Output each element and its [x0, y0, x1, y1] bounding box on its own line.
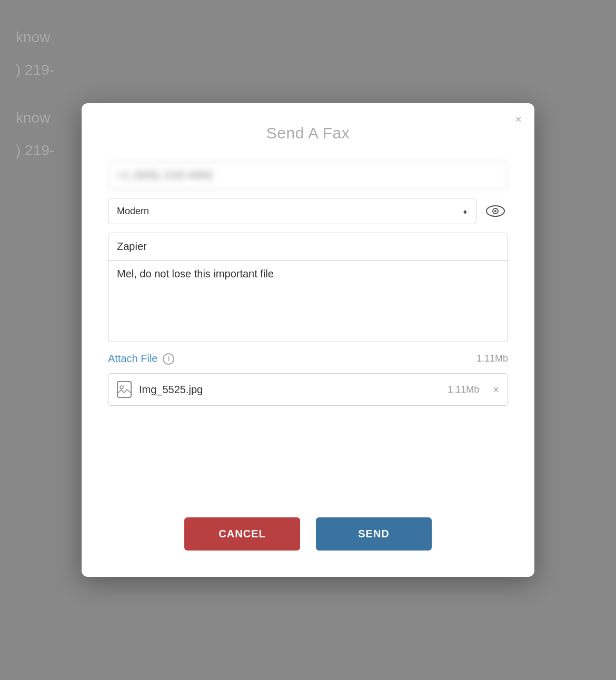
attach-file-link[interactable]: Attach File — [108, 353, 157, 365]
attach-file-row: Attach File i 1.11Mb — [108, 353, 508, 365]
modal-title: Send A Fax — [108, 124, 508, 142]
eye-icon — [486, 205, 505, 217]
info-icon[interactable]: i — [163, 353, 174, 365]
form-section: +1 (555) 219-4400 Modern Classic Simple … — [108, 161, 508, 551]
cover-sheet-box: Mel, do not lose this important file — [108, 233, 508, 342]
remove-file-button[interactable]: × — [493, 384, 499, 395]
total-size-label: 1.11Mb — [476, 353, 508, 364]
preview-button[interactable] — [483, 202, 508, 221]
action-buttons: CANCEL SEND — [108, 517, 508, 551]
phone-number-field[interactable]: +1 (555) 219-4400 — [108, 161, 508, 189]
phone-number-value: +1 (555) 219-4400 — [117, 170, 213, 181]
file-type-icon — [117, 381, 132, 398]
file-item: Img_5525.jpg 1.11Mb × — [108, 373, 508, 406]
cover-name-input[interactable] — [108, 233, 508, 261]
template-select[interactable]: Modern Classic Simple — [108, 198, 476, 224]
modal-backdrop: know ) 219- know ) 219- × Send A Fax +1 … — [0, 0, 616, 680]
svg-point-2 — [494, 210, 496, 212]
file-name-label: Img_5525.jpg — [139, 384, 440, 396]
file-size-label: 1.11Mb — [448, 384, 479, 395]
attach-left: Attach File i — [108, 353, 174, 365]
svg-rect-3 — [117, 382, 131, 397]
send-fax-modal: × Send A Fax +1 (555) 219-4400 Modern Cl… — [82, 103, 534, 577]
template-select-wrapper: Modern Classic Simple ⬧ — [108, 198, 476, 224]
close-button[interactable]: × — [515, 114, 522, 125]
template-select-row: Modern Classic Simple ⬧ — [108, 198, 508, 224]
svg-point-4 — [120, 386, 123, 389]
cover-message-textarea[interactable]: Mel, do not lose this important file — [108, 261, 508, 339]
cancel-button[interactable]: CANCEL — [184, 517, 300, 551]
send-button[interactable]: SEND — [316, 517, 432, 551]
file-icon-svg — [117, 381, 132, 398]
